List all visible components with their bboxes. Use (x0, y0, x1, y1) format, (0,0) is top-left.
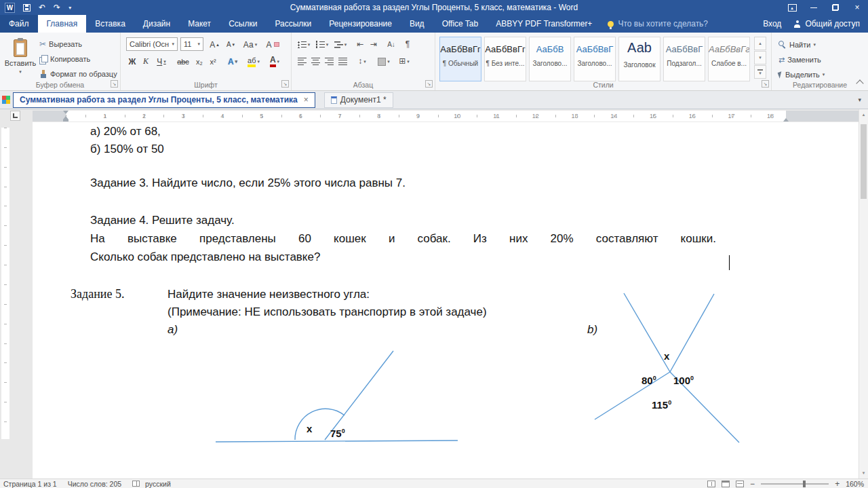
shrink-font-button[interactable]: А▾ (224, 37, 237, 52)
style-normal[interactable]: АаБбВвГг ¶ Обычный (439, 37, 481, 81)
highlight-color-button[interactable]: аб▾ (244, 54, 263, 69)
ribbon-display-options-button[interactable]: ▴ (781, 0, 803, 15)
borders-button[interactable]: ⊞▾ (396, 54, 412, 69)
word-count[interactable]: Число слов: 205 (68, 480, 121, 488)
font-dialog-launcher[interactable]: ↘ (281, 80, 289, 88)
close-button[interactable]: × (846, 0, 868, 15)
tab-home[interactable]: Главная (38, 15, 87, 33)
styles-scroll-up-button[interactable]: ▴ (754, 37, 766, 50)
styles-more-button[interactable]: ▾ (754, 65, 766, 79)
change-case-button[interactable]: Аа▾ (241, 37, 259, 52)
redo-icon[interactable]: ↷ (54, 0, 60, 15)
multilevel-list-button[interactable]: ▾ (332, 37, 349, 52)
tab-references[interactable]: Ссылки (220, 15, 266, 33)
print-layout-button[interactable] (722, 481, 730, 487)
clear-formatting-button[interactable]: А (264, 37, 281, 52)
style-subtle-emphasis[interactable]: АаБбВвГг Слабое в... (708, 37, 750, 81)
copy-button[interactable]: Копировать (39, 52, 90, 66)
font-name-combo[interactable]: Calibri (Осн ▾ (126, 37, 178, 51)
bold-button[interactable]: Ж (126, 54, 138, 69)
web-layout-button[interactable] (736, 481, 744, 487)
scroll-up-button[interactable]: ▴ (859, 110, 868, 119)
tab-layout[interactable]: Макет (179, 15, 220, 33)
horizontal-ruler[interactable]: 123456789101112131415161718 (33, 111, 859, 121)
underline-button[interactable]: Ч▾ (153, 54, 170, 69)
language-indicator[interactable]: русский (145, 480, 171, 488)
close-tab-icon[interactable]: × (304, 95, 309, 105)
undo-icon[interactable]: ↶ (39, 0, 45, 15)
paragraph-dialog-launcher[interactable]: ↘ (425, 80, 433, 88)
styles-scroll-down-button[interactable]: ▾ (754, 51, 766, 64)
style-subtitle[interactable]: АаБбВвГ Подзагол... (663, 37, 705, 81)
show-marks-button[interactable]: ¶ (401, 37, 414, 52)
qat-customize-caret-icon[interactable]: ▾ (68, 5, 71, 11)
decrease-indent-button[interactable]: ⇤ (354, 37, 366, 52)
left-indent-marker[interactable] (63, 119, 68, 121)
tab-list-caret-icon[interactable]: ▾ (858, 96, 868, 103)
right-indent-marker[interactable] (783, 118, 789, 121)
select-button[interactable]: Выделить ▾ (778, 68, 825, 81)
increase-indent-button[interactable]: ⇥ (368, 37, 380, 52)
text-effects-button[interactable]: А▾ (224, 54, 241, 69)
style-title[interactable]: Ааb Заголовок (618, 37, 660, 81)
superscript-button[interactable]: x² (206, 54, 220, 69)
tab-view[interactable]: Вид (401, 15, 433, 33)
styles-dialog-launcher[interactable]: ↘ (762, 80, 769, 88)
style-heading1[interactable]: АаБбВ Заголово... (529, 37, 571, 81)
justify-button[interactable] (336, 54, 349, 69)
subscript-button[interactable]: x₂ (193, 54, 206, 69)
office-tab-icon[interactable] (2, 96, 10, 104)
tab-office-tab[interactable]: Office Tab (433, 15, 488, 33)
line-spacing-button[interactable]: ↕▾ (354, 54, 370, 69)
proofing-icon[interactable] (132, 481, 140, 487)
find-button[interactable]: Найти ▾ (778, 38, 816, 52)
grow-font-button[interactable]: А▴ (208, 37, 221, 52)
sort-button[interactable]: А↓ (384, 37, 399, 52)
vertical-ruler[interactable] (0, 122, 10, 478)
style-no-spacing[interactable]: АаБбВвГг ¶ Без инте... (484, 37, 526, 81)
bullets-button[interactable]: ▾ (296, 37, 312, 52)
font-size-combo[interactable]: 11 ▾ (180, 37, 203, 51)
align-center-button[interactable] (309, 54, 321, 69)
zoom-level[interactable]: 160% (846, 480, 864, 488)
zoom-out-button[interactable]: − (750, 479, 755, 488)
document-page[interactable]: а) 20% от 68, б) 150% от 50 Задание 3. Н… (33, 122, 859, 478)
tab-stop-selector[interactable] (10, 111, 20, 121)
page-indicator[interactable]: Страница 1 из 1 (3, 480, 57, 488)
strikethrough-button[interactable]: abc (175, 54, 191, 69)
shading-button[interactable]: ▾ (376, 54, 392, 69)
first-line-indent-marker[interactable] (63, 111, 68, 114)
share-button[interactable]: Общий доступ (793, 19, 860, 29)
style-heading2[interactable]: АаБбВвГ Заголово... (574, 37, 616, 81)
numbering-button[interactable]: ▾ (314, 37, 330, 52)
read-mode-button[interactable] (707, 481, 715, 487)
font-color-button[interactable]: А▾ (266, 54, 283, 69)
clipboard-dialog-launcher[interactable]: ↘ (111, 80, 118, 88)
tab-insert[interactable]: Вставка (86, 15, 134, 33)
sign-in-button[interactable]: Вход (763, 19, 781, 29)
scroll-down-button[interactable]: ▾ (859, 468, 868, 478)
align-right-button[interactable] (323, 54, 335, 69)
vertical-scrollbar[interactable]: ▴ ▾ (859, 109, 868, 478)
italic-button[interactable]: К (140, 54, 152, 69)
zoom-slider-thumb[interactable] (803, 481, 806, 487)
tab-file[interactable]: Файл (0, 15, 38, 33)
save-icon[interactable] (23, 4, 31, 12)
align-left-button[interactable] (296, 54, 308, 69)
tab-mailings[interactable]: Рассылки (266, 15, 320, 33)
tab-review[interactable]: Рецензирование (320, 15, 401, 33)
document-tab-active[interactable]: Суммативная работа за раздел Углы Процен… (13, 92, 315, 108)
format-painter-button[interactable]: Формат по образцу (39, 67, 117, 81)
replace-button[interactable]: ⇄ Заменить (778, 53, 821, 67)
tab-abbyy-pdf[interactable]: ABBYY PDF Transformer+ (487, 15, 601, 33)
minimize-button[interactable] (803, 0, 825, 15)
zoom-in-button[interactable]: + (835, 479, 840, 488)
restore-button[interactable] (825, 0, 846, 15)
zoom-slider[interactable] (761, 483, 829, 485)
tab-design[interactable]: Дизайн (134, 15, 179, 33)
document-tab-inactive[interactable]: Документ1 * (324, 92, 393, 108)
cut-button[interactable]: ✂ Вырезать (39, 37, 82, 51)
word-app-icon[interactable]: W (5, 3, 15, 13)
tell-me-box[interactable]: Что вы хотите сделать? (608, 15, 708, 33)
scrollbar-thumb[interactable] (861, 124, 867, 199)
